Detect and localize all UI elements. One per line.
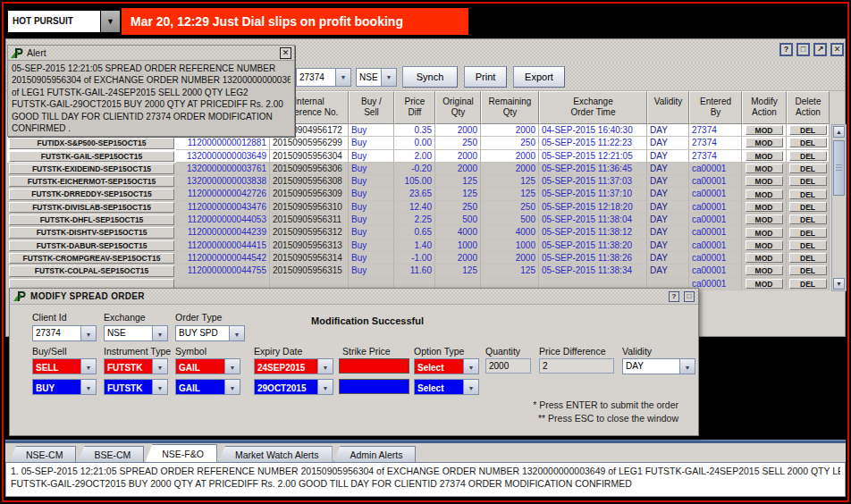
tab-market-watch-alerts[interactable]: Market Watch Alerts: [218, 446, 333, 463]
leg2-option-type-select[interactable]: Select ▼: [414, 379, 479, 395]
tab-bse-cm[interactable]: BSE-CM: [77, 446, 144, 463]
modify-button[interactable]: MOD: [746, 228, 783, 238]
cell-contract[interactable]: FUTSTK-DISHTV-SEP15OCT15: [9, 227, 174, 238]
cell-contract[interactable]: FUTSTK-EXIDEIND-SEP15OCT15: [9, 164, 174, 174]
modify-button[interactable]: MOD: [746, 240, 783, 250]
leg2-symbol-select[interactable]: GAIL ▼: [175, 379, 240, 395]
modify-button[interactable]: MOD: [746, 125, 783, 135]
leg2-instrument-select[interactable]: FUTSTK ▼: [104, 379, 168, 395]
cell-contract[interactable]: FUTSTK-DHFL-SEP15OCT15: [9, 214, 174, 225]
modify-button[interactable]: MOD: [746, 164, 783, 173]
delete-button[interactable]: DEL: [789, 164, 827, 173]
chevron-down-icon[interactable]: ▼: [80, 359, 96, 374]
delete-button[interactable]: DEL: [789, 279, 827, 289]
modify-button[interactable]: MOD: [746, 202, 783, 212]
modify-button[interactable]: MOD: [746, 279, 783, 289]
chevron-down-icon[interactable]: ▼: [229, 326, 244, 340]
cell-contract[interactable]: FUTSTK-DIVISLAB-SEP15OCT15: [9, 202, 174, 213]
chevron-down-icon[interactable]: ▼: [463, 359, 478, 374]
delete-button[interactable]: DEL: [789, 265, 827, 275]
scroll-up-icon[interactable]: ▲: [833, 126, 845, 138]
minimize-icon[interactable]: □: [796, 43, 810, 56]
leg1-expiry-select[interactable]: 24SEP2015 ▼: [254, 358, 333, 374]
tab-nse-f-o[interactable]: NSE-F&O: [145, 444, 217, 463]
chevron-down-icon[interactable]: ▼: [317, 380, 333, 394]
delete-button[interactable]: DEL: [789, 189, 827, 199]
delete-button[interactable]: DEL: [789, 151, 827, 161]
chevron-down-icon[interactable]: ▼: [335, 69, 350, 86]
leg2-buy-sell-select[interactable]: BUY ▼: [32, 379, 97, 395]
client-selector[interactable]: 27374 ▼: [296, 68, 351, 87]
chevron-down-icon[interactable]: ▼: [679, 359, 695, 374]
export-button[interactable]: Export: [513, 66, 565, 88]
leg2-expiry-select[interactable]: 29OCT2015 ▼: [254, 379, 333, 395]
dialog-titlebar[interactable]: MODIFY SPREAD ORDER ? □: [10, 289, 698, 305]
exchange-selector[interactable]: NSE ▼: [356, 68, 397, 87]
modify-button[interactable]: MOD: [746, 138, 783, 147]
help-icon[interactable]: ?: [779, 43, 793, 56]
tab-admin-alerts[interactable]: Admin Alerts: [333, 446, 417, 463]
modify-button[interactable]: MOD: [746, 253, 783, 263]
cell-contract[interactable]: FUTSTK-DRREDDY-SEP15OCT15: [9, 189, 174, 199]
alert-titlebar[interactable]: Alert ✕: [8, 46, 294, 61]
modify-button[interactable]: MOD: [746, 176, 783, 186]
chevron-down-icon[interactable]: ▼: [317, 359, 333, 374]
dialog-client-id-select[interactable]: 27374 ▼: [32, 325, 97, 341]
help-icon[interactable]: ?: [669, 291, 679, 302]
news-feed-selector[interactable]: HOT PURSUIT ▼: [7, 10, 121, 33]
close-icon[interactable]: ✕: [280, 47, 291, 59]
leg2-strike-price-field[interactable]: [339, 379, 409, 394]
table-row: FUTIDX-S&P500-SEP15OCT151120000000012881…: [7, 137, 830, 149]
price-difference-field[interactable]: 2: [539, 358, 614, 374]
tab-nse-cm[interactable]: NSE-CM: [9, 446, 76, 463]
leg1-instrument-select[interactable]: FUTSTK ▼: [104, 358, 168, 374]
delete-button[interactable]: DEL: [789, 176, 827, 186]
print-button[interactable]: Print: [464, 66, 507, 88]
cell-contract[interactable]: FUTSTK-DABUR-SEP15OCT15: [9, 240, 174, 251]
dialog-exchange-select[interactable]: NSE ▼: [104, 325, 168, 341]
chevron-down-icon[interactable]: ▼: [80, 326, 96, 340]
modify-button[interactable]: MOD: [746, 151, 783, 161]
modify-button[interactable]: MOD: [746, 189, 783, 199]
leg1-strike-price-field[interactable]: [339, 358, 409, 374]
chevron-down-icon[interactable]: ▼: [80, 380, 96, 394]
cell-contract[interactable]: FUTIDX-S&P500-SEP15OCT15: [9, 138, 174, 148]
dialog-order-type-select[interactable]: BUY SPD ▼: [175, 325, 245, 341]
modify-button[interactable]: MOD: [746, 214, 783, 224]
delete-button[interactable]: DEL: [789, 125, 827, 135]
cell-contract[interactable]: FUTSTK-GAIL-SEP15OCT15: [9, 151, 174, 162]
cell-buy-sell: Buy: [349, 201, 394, 214]
scrollbar-thumb[interactable]: [833, 140, 845, 196]
validity-select[interactable]: DAY ▼: [622, 358, 695, 374]
quantity-field[interactable]: 2000: [485, 358, 531, 374]
chevron-down-icon[interactable]: ▼: [381, 69, 396, 86]
leg1-symbol-select[interactable]: GAIL ▼: [175, 358, 240, 374]
chevron-down-icon[interactable]: ▼: [224, 380, 240, 394]
leg1-option-type-select[interactable]: Select ▼: [414, 358, 479, 374]
delete-button[interactable]: DEL: [789, 240, 827, 250]
maximize-icon[interactable]: ↗: [813, 43, 827, 56]
delete-button[interactable]: DEL: [789, 253, 827, 263]
cell-contract[interactable]: FUTSTK-COLPAL-SEP15OCT15: [9, 265, 174, 276]
cell-remaining-qty: 2000: [481, 150, 539, 163]
delete-button[interactable]: DEL: [789, 214, 827, 224]
close-icon[interactable]: ✕: [830, 43, 844, 56]
chevron-down-icon[interactable]: ▼: [152, 359, 167, 374]
leg1-buy-sell-select[interactable]: SELL ▼: [32, 358, 97, 374]
synch-button[interactable]: Synch: [402, 66, 458, 88]
chevron-down-icon[interactable]: ▼: [152, 380, 167, 394]
modify-button[interactable]: MOD: [746, 265, 783, 275]
cell-exchange-order-no: 1320000000003838: [176, 175, 270, 188]
cell-contract[interactable]: FUTSTK-EICHERMOT-SEP15OCT15: [9, 176, 174, 187]
table-scrollbar[interactable]: ▲ ▼: [831, 124, 847, 291]
scroll-down-icon[interactable]: ▼: [833, 278, 845, 290]
chevron-down-icon[interactable]: ▼: [224, 359, 240, 374]
delete-button[interactable]: DEL: [789, 138, 827, 147]
delete-button[interactable]: DEL: [789, 202, 827, 212]
chevron-down-icon[interactable]: ▼: [152, 326, 167, 340]
chevron-down-icon[interactable]: ▼: [100, 11, 120, 32]
chevron-down-icon[interactable]: ▼: [463, 380, 478, 394]
delete-button[interactable]: DEL: [789, 228, 827, 238]
minimize-icon[interactable]: □: [684, 291, 695, 302]
cell-contract[interactable]: FUTSTK-CROMPGREAV-SEP15OCT15: [9, 253, 174, 264]
